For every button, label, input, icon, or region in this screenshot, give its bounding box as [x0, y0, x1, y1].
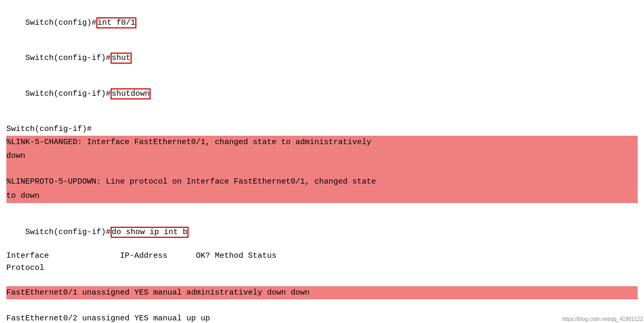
cmd-shut: shut — [111, 53, 132, 64]
table-header-2: Protocol — [6, 263, 638, 275]
line-2: Switch(config-if)#shut — [6, 41, 638, 77]
prompt-10: Switch(config-if)# — [25, 228, 111, 237]
watermark: https://blog.csdn.net/qq_41901122 — [562, 316, 643, 322]
spacer-1 — [6, 112, 638, 124]
link-changed-line2: down — [6, 149, 638, 164]
line-3: Switch(config-if)#shutdown — [6, 76, 638, 112]
terminal-window: Switch(config)#int f0/1 Switch(config-if… — [0, 0, 644, 323]
table-row-fe01: FastEthernet0/1 unassigned YES manual ad… — [6, 286, 638, 299]
link-changed-line1: %LINK-5-CHANGED: Interface FastEthernet0… — [6, 136, 638, 150]
prompt-1: Switch(config)# — [25, 18, 96, 27]
line-10: Switch(config-if)#do show ip int b — [6, 215, 638, 251]
table-header-1: Interface IP-Address OK? Method Status — [6, 250, 638, 263]
lineproto-line1: %LINEPROTO-5-UPDOWN: Line protocol on In… — [6, 175, 638, 189]
table-row-fe02: FastEthernet0/2 unassigned YES manual up… — [6, 311, 638, 323]
prompt-2: Switch(config-if)# — [25, 54, 111, 63]
pink-spacer — [6, 164, 638, 176]
spacer-2 — [6, 203, 638, 215]
cmd-int-f01: int f0/1 — [96, 17, 136, 28]
cmd-shutdown: shutdown — [111, 88, 151, 99]
spacer-4 — [6, 299, 638, 311]
line-5: Switch(config-if)# — [6, 124, 638, 136]
cmd-do-show: do show ip int b — [111, 227, 189, 238]
line-1: Switch(config)#int f0/1 — [6, 5, 638, 41]
spacer-3 — [6, 274, 638, 286]
prompt-3: Switch(config-if)# — [25, 89, 111, 98]
lineproto-line2: to down — [6, 189, 638, 204]
